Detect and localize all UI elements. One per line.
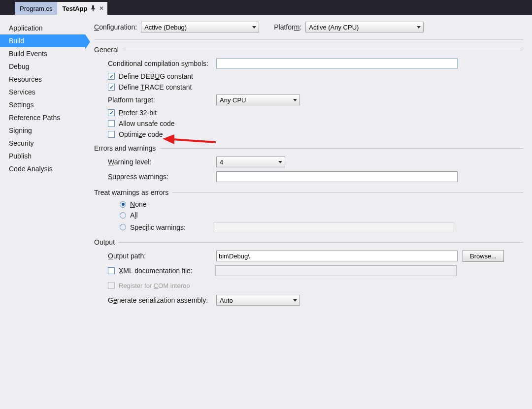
sidebar-item-resources[interactable]: Resources xyxy=(0,73,85,86)
optimize-code-label: Optimize code xyxy=(119,130,163,138)
define-trace-label: Define TRACE constant xyxy=(119,83,192,91)
register-com-label: Register for COM interop xyxy=(119,282,190,289)
sidebar-item-reference-paths[interactable]: Reference Paths xyxy=(0,111,85,124)
sidebar-item-label: Signing xyxy=(9,126,32,134)
sidebar-item-label: Code Analysis xyxy=(9,165,53,173)
treat-none-radio[interactable] xyxy=(120,201,126,208)
sidebar-item-settings[interactable]: Settings xyxy=(0,98,85,111)
sidebar-item-label: Build xyxy=(9,37,24,45)
treat-specific-label: Specific warnings: xyxy=(130,223,209,231)
sidebar-item-label: Application xyxy=(9,24,43,32)
sidebar-item-code-analysis[interactable]: Code Analysis xyxy=(0,162,85,175)
tab-label: TestApp xyxy=(62,5,87,12)
browse-button[interactable]: Browse... xyxy=(463,250,504,262)
document-tab-strip: Program.cs TestApp ✕ xyxy=(0,0,532,15)
suppress-warnings-input[interactable] xyxy=(216,171,458,182)
sidebar-item-build[interactable]: Build xyxy=(0,34,85,47)
treat-specific-radio[interactable] xyxy=(120,224,126,230)
warning-level-label: Warning level: xyxy=(108,158,216,166)
tab-label: Program.cs xyxy=(20,5,52,12)
section-heading-label: Errors and warnings xyxy=(94,144,156,152)
platform-target-select[interactable]: Any CPU xyxy=(216,94,300,105)
section-heading-label: Output xyxy=(94,238,115,246)
prefer-32bit-checkbox[interactable] xyxy=(108,109,115,116)
tab-program-cs[interactable]: Program.cs xyxy=(15,2,57,15)
sidebar-item-label: Settings xyxy=(9,101,34,109)
sidebar-item-publish[interactable]: Publish xyxy=(0,150,85,162)
close-icon[interactable]: ✕ xyxy=(98,5,105,12)
sidebar-item-label: Build Events xyxy=(9,50,47,58)
define-trace-checkbox[interactable] xyxy=(108,84,115,91)
sidebar-item-services[interactable]: Services xyxy=(0,86,85,98)
conditional-symbols-input[interactable] xyxy=(216,58,458,69)
build-property-page: Configuration: Active (Debug) Platform: … xyxy=(85,15,532,409)
sidebar-item-signing[interactable]: Signing xyxy=(0,124,85,137)
configuration-select[interactable]: Active (Debug) xyxy=(141,22,259,32)
treat-specific-input xyxy=(213,222,454,232)
allow-unsafe-checkbox[interactable] xyxy=(108,120,115,127)
section-errors-warnings: Errors and warnings xyxy=(94,144,523,152)
xml-doc-label: XML documentation file: xyxy=(119,267,215,275)
output-path-input[interactable] xyxy=(216,251,458,261)
platform-label: Platform: xyxy=(274,23,301,31)
treat-all-label: All xyxy=(130,211,138,219)
optimize-code-checkbox[interactable] xyxy=(108,131,115,138)
property-page-sidebar: Application Build Build Events Debug Res… xyxy=(0,15,85,409)
sidebar-item-build-events[interactable]: Build Events xyxy=(0,47,85,60)
define-debug-label: Define DEBUG constant xyxy=(119,72,193,80)
sidebar-item-label: Publish xyxy=(9,152,32,160)
conditional-symbols-label: Conditional compilation symbols: xyxy=(108,60,216,67)
sidebar-item-label: Services xyxy=(9,88,35,96)
warning-level-select[interactable]: 4 xyxy=(216,157,285,167)
platform-target-label: Platform target: xyxy=(108,96,216,104)
xml-doc-input xyxy=(215,265,457,276)
xml-doc-checkbox[interactable] xyxy=(108,267,115,274)
sidebar-item-security[interactable]: Security xyxy=(0,137,85,150)
section-heading-label: General xyxy=(94,46,119,54)
define-debug-checkbox[interactable] xyxy=(108,73,115,80)
sidebar-item-label: Resources xyxy=(9,75,42,83)
section-heading-label: Treat warnings as errors xyxy=(94,189,168,196)
section-output: Output xyxy=(94,238,523,246)
serialization-select[interactable]: Auto xyxy=(216,295,300,306)
treat-all-radio[interactable] xyxy=(120,212,126,219)
section-treat-warnings: Treat warnings as errors xyxy=(94,189,523,196)
sidebar-item-label: Reference Paths xyxy=(9,114,60,122)
sidebar-item-label: Security xyxy=(9,139,34,147)
treat-none-label: None xyxy=(130,200,146,208)
sidebar-item-label: Debug xyxy=(9,63,29,70)
pin-icon[interactable] xyxy=(91,5,96,11)
allow-unsafe-label: Allow unsafe code xyxy=(119,120,175,127)
tab-testapp[interactable]: TestApp ✕ xyxy=(57,2,107,15)
register-com-checkbox xyxy=(108,282,115,289)
sidebar-item-application[interactable]: Application xyxy=(0,22,85,34)
section-general: General xyxy=(94,46,523,54)
platform-select[interactable]: Active (Any CPU) xyxy=(305,22,424,32)
output-path-label: Output path: xyxy=(108,252,216,260)
sidebar-item-debug[interactable]: Debug xyxy=(0,60,85,73)
configuration-label: Configuration: xyxy=(94,23,137,31)
prefer-32bit-label: Prefer 32-bit xyxy=(119,109,157,117)
configuration-bar: Configuration: Active (Debug) Platform: … xyxy=(94,22,523,40)
suppress-warnings-label: Suppress warnings: xyxy=(108,173,216,181)
serialization-label: Generate serialization assembly: xyxy=(108,296,216,304)
